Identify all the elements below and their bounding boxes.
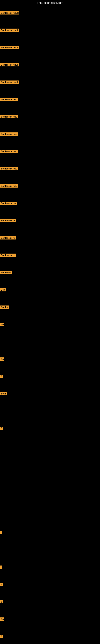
bottleneck-label-11: Bottleneck resu <box>0 184 18 188</box>
bottleneck-item-8[interactable]: Bottleneck resu <box>0 132 18 136</box>
bottleneck-item-22[interactable]: Bottl <box>0 392 7 396</box>
bottleneck-item-7[interactable]: Bottleneck resu <box>0 115 18 119</box>
bottleneck-label-5: Bottleneck resul <box>0 80 19 84</box>
bottleneck-label-25: | <box>0 566 2 569</box>
bottleneck-item-9[interactable]: Bottleneck resu <box>0 150 18 154</box>
bottleneck-label-24: | <box>0 531 2 534</box>
bottleneck-item-21[interactable]: B <box>0 375 3 379</box>
bottleneck-item-24[interactable]: | <box>0 531 2 535</box>
bottleneck-label-23: B <box>0 427 3 430</box>
bottleneck-label-17: Bott <box>0 288 6 292</box>
bottleneck-item-12[interactable]: Bottleneck res <box>0 202 17 206</box>
bottleneck-item-27[interactable]: B <box>0 600 3 604</box>
bottleneck-label-10: Bottleneck resu <box>0 167 18 170</box>
bottleneck-item-5[interactable]: Bottleneck resul <box>0 80 19 84</box>
bottleneck-label-16: Bottlenec <box>0 271 12 274</box>
bottleneck-label-19: Bo <box>0 323 4 326</box>
bottleneck-label-3: Bottleneck result <box>0 46 19 49</box>
bottleneck-item-17[interactable]: Bott <box>0 288 6 292</box>
bottleneck-item-28[interactable]: Bo <box>0 618 4 622</box>
bottleneck-item-4[interactable]: Bottleneck resul <box>0 63 19 67</box>
bottleneck-label-26: B <box>0 583 3 586</box>
bottleneck-label-6: Bottleneck resu <box>0 98 18 101</box>
bottleneck-label-20: Bo <box>0 358 4 361</box>
bottleneck-item-3[interactable]: Bottleneck result <box>0 46 19 50</box>
bottleneck-item-18[interactable]: Bottlen <box>0 306 9 310</box>
bottleneck-label-4: Bottleneck resul <box>0 63 19 66</box>
bottleneck-label-21: B <box>0 375 3 378</box>
bottleneck-item-20[interactable]: Bo <box>0 358 4 362</box>
bottleneck-label-8: Bottleneck resu <box>0 132 18 136</box>
bottleneck-label-15: Bottleneck re <box>0 254 16 257</box>
bottleneck-item-26[interactable]: B <box>0 583 3 587</box>
bottleneck-item-13[interactable]: Bottleneck re <box>0 219 16 223</box>
site-title: TheBottlenecker.com <box>0 0 100 6</box>
bottleneck-label-18: Bottlen <box>0 306 9 309</box>
bottleneck-label-12: Bottleneck res <box>0 202 17 205</box>
bottleneck-item-19[interactable]: Bo <box>0 323 4 327</box>
bottleneck-item-16[interactable]: Bottlenec <box>0 271 12 275</box>
bottleneck-item-1[interactable]: Bottleneck result <box>0 11 19 15</box>
bottleneck-label-28: Bo <box>0 618 4 621</box>
bottleneck-label-13: Bottleneck re <box>0 219 16 222</box>
bottleneck-label-29: B <box>0 635 3 638</box>
bottleneck-label-2: Bottleneck result <box>0 28 19 32</box>
bottleneck-item-11[interactable]: Bottleneck resu <box>0 184 18 188</box>
bottleneck-label-22: Bottl <box>0 392 7 395</box>
bottleneck-label-14: Bottleneck re <box>0 236 16 240</box>
bottleneck-label-9: Bottleneck resu <box>0 150 18 153</box>
bottleneck-item-25[interactable]: | <box>0 566 2 570</box>
bottleneck-item-15[interactable]: Bottleneck re <box>0 254 16 258</box>
bottleneck-label-27: B <box>0 600 3 603</box>
bottleneck-item-29[interactable]: B <box>0 635 3 639</box>
bottleneck-item-6[interactable]: Bottleneck resu <box>0 98 18 102</box>
bottleneck-item-2[interactable]: Bottleneck result <box>0 28 19 32</box>
bottleneck-item-14[interactable]: Bottleneck re <box>0 236 16 240</box>
bottleneck-item-23[interactable]: B <box>0 427 3 431</box>
bottleneck-label-1: Bottleneck result <box>0 11 19 14</box>
bottleneck-item-10[interactable]: Bottleneck resu <box>0 167 18 171</box>
bottleneck-label-7: Bottleneck resu <box>0 115 18 118</box>
